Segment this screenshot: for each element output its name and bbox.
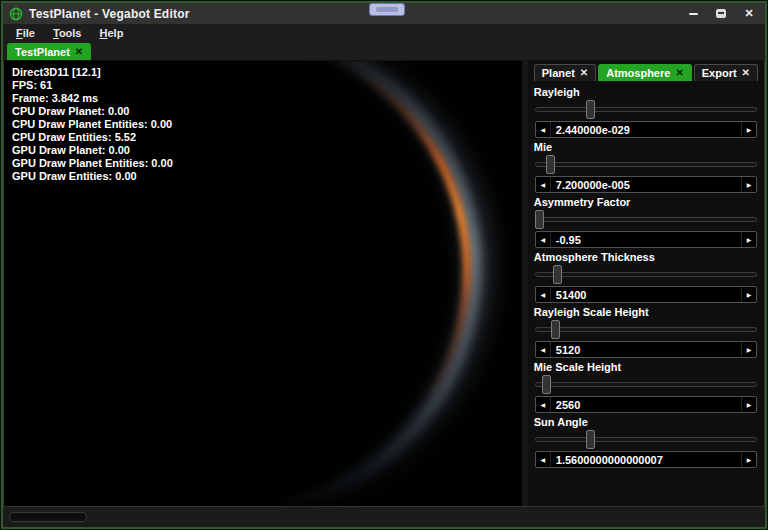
panel-tab-label: Export xyxy=(702,67,737,79)
slider-handle[interactable] xyxy=(553,265,562,284)
parameter-slider[interactable] xyxy=(535,320,757,339)
slider-handle[interactable] xyxy=(535,210,544,229)
spin-increment-button[interactable]: ▶ xyxy=(741,342,756,357)
slider-track[interactable] xyxy=(535,437,757,442)
stat-line: Direct3D11 [12.1] xyxy=(12,66,173,79)
parameter-value[interactable]: 7.200000e-005 xyxy=(551,179,741,191)
status-bar xyxy=(3,507,765,527)
drag-pill-bar-icon xyxy=(376,7,398,12)
parameter-value[interactable]: 51400 xyxy=(551,289,741,301)
stat-line: Frame: 3.842 ms xyxy=(12,92,173,105)
parameter-slider[interactable] xyxy=(535,100,757,119)
spin-decrement-button[interactable]: ◀ xyxy=(536,232,551,247)
slider-track[interactable] xyxy=(535,107,757,112)
stat-line: CPU Draw Planet: 0.00 xyxy=(12,105,173,118)
panel-tab-export[interactable]: Export ✕ xyxy=(694,64,758,81)
tab-close-icon[interactable]: ✕ xyxy=(75,47,83,57)
parameter-rayleigh: Rayleigh ◀ 2.440000e-029 ▶ xyxy=(534,86,758,138)
window-inner: TestPlanet - Vegabot Editor ✕ FileToolsH… xyxy=(3,3,765,527)
stat-line: GPU Draw Planet: 0.00 xyxy=(12,144,173,157)
parameter-mie: Mie ◀ 7.200000e-005 ▶ xyxy=(534,141,758,193)
slider-track[interactable] xyxy=(535,382,757,387)
slider-track[interactable] xyxy=(535,327,757,332)
spin-increment-button[interactable]: ▶ xyxy=(741,287,756,302)
properties-panel: Planet ✕ Atmosphere ✕ Export ✕ Rayleigh … xyxy=(528,61,764,506)
parameter-value[interactable]: -0.95 xyxy=(551,234,741,246)
stat-line: FPS: 61 xyxy=(12,79,173,92)
parameter-slider[interactable] xyxy=(535,155,757,174)
spin-decrement-button[interactable]: ◀ xyxy=(536,122,551,137)
app-window: TestPlanet - Vegabot Editor ✕ FileToolsH… xyxy=(0,0,768,530)
parameter-rayleigh-scale-height: Rayleigh Scale Height ◀ 5120 ▶ xyxy=(534,306,758,358)
spin-increment-button[interactable]: ▶ xyxy=(741,452,756,467)
panel-tab-atmosphere[interactable]: Atmosphere ✕ xyxy=(598,64,692,81)
app-logo-icon xyxy=(9,7,23,21)
main-area: Direct3D11 [12.1]FPS: 61Frame: 3.842 msC… xyxy=(3,61,765,507)
render-viewport[interactable]: Direct3D11 [12.1]FPS: 61Frame: 3.842 msC… xyxy=(4,61,522,506)
spin-increment-button[interactable]: ▶ xyxy=(741,232,756,247)
stat-line: GPU Draw Entities: 0.00 xyxy=(12,170,173,183)
parameter-slider[interactable] xyxy=(535,265,757,284)
parameter-value[interactable]: 2560 xyxy=(551,399,741,411)
document-tab-bar: TestPlanet ✕ xyxy=(3,42,765,61)
parameter-label: Mie Scale Height xyxy=(534,361,758,373)
window-title: TestPlanet - Vegabot Editor xyxy=(29,7,190,21)
drag-pill[interactable] xyxy=(369,3,405,16)
maximize-icon xyxy=(716,9,726,18)
debug-stats: Direct3D11 [12.1]FPS: 61Frame: 3.842 msC… xyxy=(12,66,173,183)
parameter-label: Mie xyxy=(534,141,758,153)
menu-item-file[interactable]: File xyxy=(7,25,44,41)
close-icon: ✕ xyxy=(744,8,753,19)
menu-item-tools[interactable]: Tools xyxy=(44,25,91,41)
parameter-value[interactable]: 1.5600000000000007 xyxy=(551,454,741,466)
parameter-spinbox: ◀ 7.200000e-005 ▶ xyxy=(535,176,757,193)
parameter-label: Asymmetry Factor xyxy=(534,196,758,208)
parameter-slider[interactable] xyxy=(535,430,757,449)
menu-item-help[interactable]: Help xyxy=(91,25,133,41)
parameter-spinbox: ◀ 2560 ▶ xyxy=(535,396,757,413)
close-button[interactable]: ✕ xyxy=(735,4,763,23)
slider-handle[interactable] xyxy=(586,100,595,119)
parameter-label: Rayleigh xyxy=(534,86,758,98)
slider-handle[interactable] xyxy=(551,320,560,339)
parameter-slider[interactable] xyxy=(535,375,757,394)
parameter-slider[interactable] xyxy=(535,210,757,229)
parameter-sun-angle: Sun Angle ◀ 1.5600000000000007 ▶ xyxy=(534,416,758,468)
tab-testplanet[interactable]: TestPlanet ✕ xyxy=(7,43,91,60)
parameter-spinbox: ◀ 51400 ▶ xyxy=(535,286,757,303)
stat-line: CPU Draw Entities: 5.52 xyxy=(12,131,173,144)
slider-track[interactable] xyxy=(535,162,757,167)
maximize-button[interactable] xyxy=(707,4,735,23)
tab-close-icon[interactable]: ✕ xyxy=(675,68,683,78)
spin-decrement-button[interactable]: ◀ xyxy=(536,177,551,192)
minimize-button[interactable] xyxy=(679,4,707,23)
spin-decrement-button[interactable]: ◀ xyxy=(536,397,551,412)
slider-handle[interactable] xyxy=(546,155,555,174)
parameter-label: Atmosphere Thickness xyxy=(534,251,758,263)
slider-handle[interactable] xyxy=(542,375,551,394)
tab-close-icon[interactable]: ✕ xyxy=(742,68,750,78)
spin-increment-button[interactable]: ▶ xyxy=(741,122,756,137)
slider-track[interactable] xyxy=(535,272,757,277)
parameter-value[interactable]: 2.440000e-029 xyxy=(551,124,741,136)
parameter-spinbox: ◀ 2.440000e-029 ▶ xyxy=(535,121,757,138)
parameter-spinbox: ◀ -0.95 ▶ xyxy=(535,231,757,248)
tab-close-icon[interactable]: ✕ xyxy=(580,68,588,78)
spin-decrement-button[interactable]: ◀ xyxy=(536,452,551,467)
menu-bar: FileToolsHelp xyxy=(3,24,765,42)
panel-tab-planet[interactable]: Planet ✕ xyxy=(534,64,596,81)
parameter-label: Sun Angle xyxy=(534,416,758,428)
spin-decrement-button[interactable]: ◀ xyxy=(536,287,551,302)
parameter-value[interactable]: 5120 xyxy=(551,344,741,356)
minimize-icon xyxy=(689,13,698,15)
slider-track[interactable] xyxy=(535,217,757,222)
slider-handle[interactable] xyxy=(586,430,595,449)
parameter-spinbox: ◀ 5120 ▶ xyxy=(535,341,757,358)
spin-increment-button[interactable]: ▶ xyxy=(741,397,756,412)
title-bar[interactable]: TestPlanet - Vegabot Editor ✕ xyxy=(3,3,765,24)
spin-decrement-button[interactable]: ◀ xyxy=(536,342,551,357)
parameter-atmosphere-thickness: Atmosphere Thickness ◀ 51400 ▶ xyxy=(534,251,758,303)
parameter-spinbox: ◀ 1.5600000000000007 ▶ xyxy=(535,451,757,468)
stat-line: CPU Draw Planet Entities: 0.00 xyxy=(12,118,173,131)
spin-increment-button[interactable]: ▶ xyxy=(741,177,756,192)
